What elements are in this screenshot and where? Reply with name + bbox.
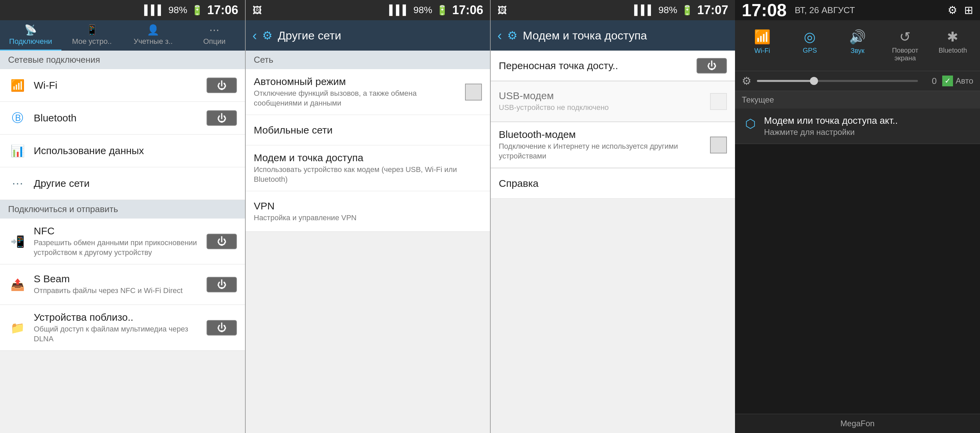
back-button-3[interactable]: ‹	[498, 28, 502, 43]
nfc-toggle[interactable]: ⏻	[207, 234, 237, 249]
tethering-menu-item[interactable]: Модем и точка доступа Использовать устро…	[246, 145, 490, 191]
notif-item-content: Модем или точка доступа акт.. Нажмите дл…	[764, 115, 973, 137]
brightness-thumb	[810, 77, 818, 85]
quick-sound-label: Звук	[851, 47, 865, 55]
tab-mydevice-icon: 📱	[86, 24, 98, 36]
tab-my-device[interactable]: 📱 Мое устро..	[61, 20, 123, 51]
bluetooth-toggle[interactable]: ⏻	[207, 110, 237, 126]
connect-section-header: Подключиться и отправить	[0, 200, 245, 219]
quick-gps-btn[interactable]: ◎ GPS	[786, 25, 834, 65]
status-bar-3: 🖼 ▌▌▌ 98% 🔋 17:07	[491, 0, 735, 20]
panel-network-settings: ▌▌▌ 98% 🔋 17:06 📡 Подключени 📱 Мое устро…	[0, 0, 245, 433]
airplane-menu-item[interactable]: Автономный режим Отключение функций вызо…	[246, 69, 490, 115]
auto-checkbox: ✓	[942, 76, 953, 86]
help-title: Справка	[499, 178, 727, 189]
status-bar-2: 🖼 ▌▌▌ 98% 🔋 17:06	[246, 0, 490, 20]
notif-date: ВТ, 26 АВГУСТ	[795, 5, 855, 16]
usb-modem-subtitle: USB-устройство не подключено	[499, 103, 710, 113]
tab-accounts-icon: 👤	[147, 24, 159, 36]
bluetooth-title: Bluetooth	[34, 112, 207, 124]
usb-modem-title: USB-модем	[499, 90, 710, 102]
quick-wifi-btn[interactable]: 📶 Wi-Fi	[738, 25, 786, 65]
nfc-title: NFC	[34, 225, 207, 237]
quick-rotate-btn[interactable]: ↺ Поворот экрана	[881, 25, 929, 65]
brightness-value: 0	[923, 76, 937, 86]
sbeam-content: S Beam Отправить файлы через NFC и Wi-Fi…	[34, 273, 207, 296]
quick-bluetooth-btn[interactable]: ✱ Bluetooth	[929, 25, 977, 65]
tab-accounts[interactable]: 👤 Учетные з..	[123, 20, 184, 51]
quick-gps-label: GPS	[803, 46, 817, 54]
other-networks-menu-item[interactable]: ⋯ Другие сети	[0, 167, 245, 200]
vpn-menu-item[interactable]: VPN Настройка и управление VPN	[246, 191, 490, 232]
battery-pct-2: 98%	[414, 5, 432, 16]
panel-modem: 🖼 ▌▌▌ 98% 🔋 17:07 ‹ ⚙ Модем и точка дост…	[490, 0, 735, 433]
nfc-subtitle: Разрешить обмен данными при прикосновени…	[34, 238, 207, 257]
quick-bluetooth-icon: ✱	[947, 29, 958, 44]
tab-options[interactable]: ⋯ Опции	[184, 20, 245, 51]
portable-hotspot-menu-item[interactable]: Переносная точка досту.. ⏻	[491, 51, 735, 81]
clock-3: 17:07	[697, 3, 728, 17]
wifi-toggle[interactable]: ⏻	[207, 78, 237, 93]
vpn-subtitle: Настройка и управление VPN	[254, 213, 482, 223]
page-title-3: Модем и точка доступа	[523, 29, 647, 42]
wifi-menu-item[interactable]: 📶 Wi-Fi ⏻	[0, 69, 245, 102]
settings-icon-2: ⚙	[262, 29, 272, 42]
tab-connections[interactable]: 📡 Подключени	[0, 20, 61, 51]
sbeam-toggle[interactable]: ⏻	[207, 277, 237, 292]
clock-2: 17:06	[452, 3, 483, 17]
airplane-title: Автономный режим	[254, 76, 465, 87]
brightness-slider[interactable]	[757, 80, 918, 82]
tab-options-icon: ⋯	[209, 24, 220, 36]
auto-check[interactable]: ✓ Авто	[942, 76, 973, 86]
hotspot-title: Переносная точка досту..	[499, 60, 697, 71]
panel-other-networks: 🖼 ▌▌▌ 98% 🔋 17:06 ‹ ⚙ Другие сети Сеть А…	[245, 0, 490, 433]
sbeam-subtitle: Отправить файлы через NFC и Wi-Fi Direct	[34, 286, 207, 296]
mobile-networks-content: Мобильные сети	[254, 124, 482, 136]
sbeam-title: S Beam	[34, 273, 207, 285]
quick-sound-btn[interactable]: 🔊 Звук	[834, 25, 881, 65]
tab-mydevice-label: Мое устро..	[72, 37, 112, 46]
bt-modem-checkbox[interactable]	[710, 136, 727, 154]
nfc-menu-item[interactable]: 📲 NFC Разрешить обмен данными при прикос…	[0, 219, 245, 264]
notif-settings-icon[interactable]: ⚙	[948, 4, 958, 16]
tethering-subtitle: Использовать устройство как модем (через…	[254, 165, 482, 184]
usb-modem-menu-item[interactable]: USB-модем USB-устройство не подключено	[491, 81, 735, 122]
airplane-subtitle: Отключение функций вызовов, а также обме…	[254, 89, 465, 108]
notif-hotspot-item[interactable]: ⬡ Модем или точка доступа акт.. Нажмите …	[735, 109, 980, 144]
hotspot-toggle[interactable]: ⏻	[697, 58, 727, 73]
bluetooth-content: Bluetooth	[34, 112, 207, 124]
photo-icon-3: 🖼	[498, 5, 507, 16]
back-button-2[interactable]: ‹	[253, 28, 257, 43]
mobile-networks-menu-item[interactable]: Мобильные сети	[246, 115, 490, 145]
tethering-content: Модем и точка доступа Использовать устро…	[254, 152, 482, 184]
notif-grid-icon[interactable]: ⊞	[964, 4, 973, 16]
bt-modem-content: Bluetooth-модем Подключение к Интернету …	[499, 129, 710, 161]
quick-wifi-icon: 📶	[754, 29, 771, 45]
page-title-2: Другие сети	[278, 29, 341, 42]
tethering-title: Модем и точка доступа	[254, 152, 482, 163]
battery-pct-3: 98%	[659, 5, 677, 16]
bt-modem-menu-item[interactable]: Bluetooth-модем Подключение к Интернету …	[491, 122, 735, 168]
battery-percent-1: 98%	[169, 5, 187, 16]
nearby-menu-item[interactable]: 📁 Устройства поблизо.. Общий доступ к фа…	[0, 305, 245, 351]
vpn-title: VPN	[254, 200, 482, 212]
tab-connections-label: Подключени	[9, 37, 52, 46]
nearby-toggle[interactable]: ⏻	[207, 320, 237, 336]
sbeam-menu-item[interactable]: 📤 S Beam Отправить файлы через NFC и Wi-…	[0, 264, 245, 305]
tab-bar-1: 📡 Подключени 📱 Мое устро.. 👤 Учетные з..…	[0, 20, 245, 51]
usb-modem-checkbox[interactable]	[710, 93, 727, 110]
quick-gps-icon: ◎	[804, 29, 816, 44]
notif-time: 17:08	[742, 0, 787, 20]
other-networks-content: Другие сети	[34, 178, 237, 189]
auto-label: Авто	[956, 76, 973, 86]
bt-modem-title: Bluetooth-модем	[499, 129, 710, 140]
help-menu-item[interactable]: Справка	[491, 168, 735, 198]
data-usage-menu-item[interactable]: 📊 Использование данных	[0, 135, 245, 167]
bluetooth-menu-item[interactable]: Ⓑ Bluetooth ⏻	[0, 102, 245, 135]
tab-options-label: Опции	[203, 37, 226, 46]
airplane-checkbox[interactable]	[465, 84, 482, 100]
other-networks-title: Другие сети	[34, 178, 237, 189]
signal-icon-2: ▌▌▌	[389, 5, 409, 16]
vpn-content: VPN Настройка и управление VPN	[254, 200, 482, 223]
nearby-content: Устройства поблизо.. Общий доступ к файл…	[34, 312, 207, 344]
